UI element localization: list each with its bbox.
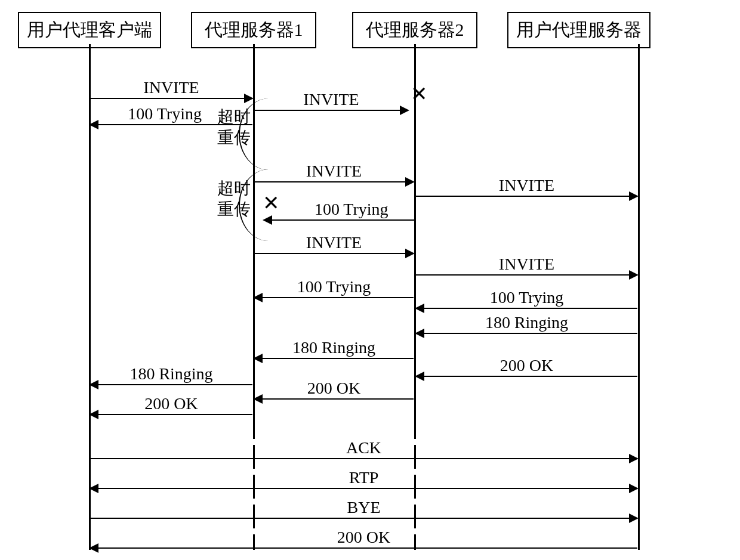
participant-proxy1: 代理服务器1 [191,12,316,48]
label: INVITE [302,90,360,109]
arrow [90,488,637,490]
msg-invite-p1-p2-retry1: INVITE [254,165,414,182]
label: 200 OK [143,394,199,413]
label: BYE [346,498,382,517]
arrow [254,398,414,400]
arrow [254,297,414,299]
label: 200 OK [306,379,362,398]
label: 200 OK [336,528,391,547]
msg-ack: ACK [90,441,637,459]
label: 200 OK [499,356,554,375]
label: 100 Trying [296,277,372,296]
arrow [90,384,252,386]
label: INVITE [142,78,200,97]
msg-trying-uas-p2: 100 Trying [416,291,637,309]
msg-rtp: RTP [90,471,637,489]
arrow [254,181,414,183]
gap [249,499,258,505]
gap [249,439,258,445]
label: 100 Trying [489,288,565,307]
label: 180 Ringing [291,338,377,357]
msg-invite-p1-p2-retry2: INVITE [254,236,414,254]
msg-invite-p1-p2-lost: INVITE [254,93,408,111]
sequence-diagram: 用户代理客户端 代理服务器1 代理服务器2 用户代理服务器 INVITE INV… [0,0,740,560]
arrow [90,518,637,519]
label: 180 Ringing [128,364,214,383]
arrow [254,253,414,255]
msg-ok-p1-uac: 200 OK [90,397,252,415]
arrow [416,274,637,276]
label: 180 Ringing [484,313,569,332]
label: INVITE [498,176,556,195]
arrow [264,219,415,221]
msg-bye: BYE [90,501,637,519]
msg-ringing-p2-p1: 180 Ringing [254,341,414,359]
arrow [416,376,637,378]
msg-ringing-p1-uac: 180 Ringing [90,367,252,385]
msg-invite-uac-p1: INVITE [90,81,252,99]
arrow [416,196,637,197]
msg-ok-final: 200 OK [90,531,637,549]
arrow [254,110,408,112]
msg-ok-p2-p1: 200 OK [254,382,414,400]
gap [410,528,420,534]
msg-ringing-uas-p2: 180 Ringing [416,316,637,334]
gap [249,528,258,534]
label: 100 Trying [313,200,390,219]
arrow [90,98,252,100]
lost-marker-1: ✕ [411,84,427,104]
gap [410,499,420,505]
msg-trying-p2-p1: 100 Trying [254,280,414,298]
arrow [90,547,637,549]
arrow [90,458,637,460]
label: INVITE [498,255,556,274]
label: RTP [348,468,380,487]
gap [410,439,420,445]
label: 100 Trying [127,104,203,123]
arrow [90,414,252,416]
label: INVITE [305,162,363,181]
arrow [416,333,637,335]
gap [249,469,258,475]
lifeline-uas [638,44,640,550]
label: ACK [345,438,383,457]
participant-proxy2: 代理服务器2 [352,12,477,48]
arrow [254,358,414,360]
label: INVITE [305,233,363,252]
participant-uas: 用户代理服务器 [507,12,650,48]
msg-ok-uas-p2: 200 OK [416,359,637,377]
msg-invite-p2-uas-1: INVITE [416,179,637,197]
lost-marker-2: ✕ [263,193,279,214]
msg-trying-p2-p1-lost: 100 Trying [264,203,415,221]
gap [410,469,420,475]
msg-invite-p2-uas-2: INVITE [416,258,637,276]
arrow [416,308,637,310]
participant-uac: 用户代理客户端 [18,12,161,48]
